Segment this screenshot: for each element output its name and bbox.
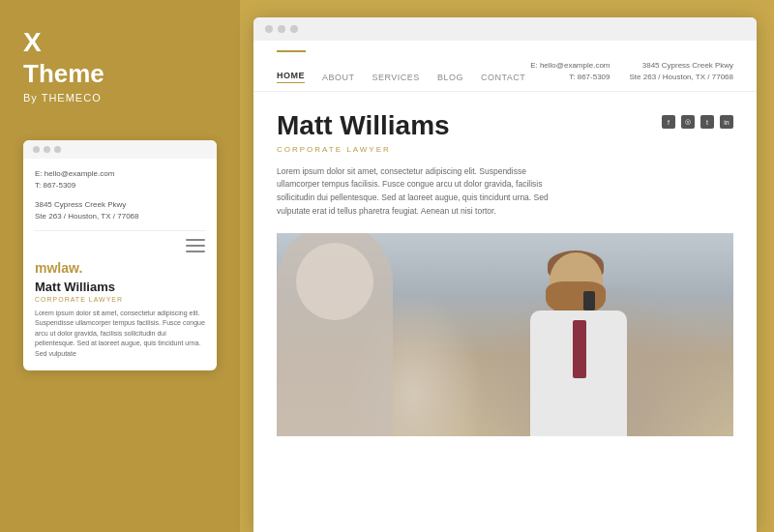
site-contact-info: E: hello@example.com T: 867-5309 bbox=[530, 60, 610, 83]
mobile-address-1: 3845 Cypress Creek Pkwy bbox=[35, 199, 205, 211]
nav-blog[interactable]: BLOG bbox=[437, 73, 463, 82]
nav-services[interactable]: SERVICES bbox=[372, 73, 420, 82]
facebook-icon[interactable]: f bbox=[662, 115, 675, 129]
mobile-site-logo: mwlaw. bbox=[35, 260, 205, 276]
mobile-address-2: Ste 263 / Houston, TX / 77068 bbox=[35, 211, 205, 222]
mobile-contact: E: hello@example.com T: 867-5309 bbox=[35, 168, 205, 192]
hero-text: Matt Williams CORPORATE LAWYER Lorem ips… bbox=[277, 111, 567, 218]
site-nav: HOME ABOUT SERVICES BLOG CONTACT bbox=[277, 71, 525, 83]
desktop-dot-2 bbox=[278, 25, 285, 33]
byline: By THEMECO bbox=[23, 92, 217, 103]
site-phone: T: 867-5309 bbox=[530, 72, 610, 83]
desktop-browser-bar bbox=[253, 17, 757, 41]
mobile-preview-card: E: hello@example.com T: 867-5309 3845 Cy… bbox=[23, 140, 217, 371]
hero-name: Matt Williams bbox=[277, 111, 567, 141]
dot-2 bbox=[44, 146, 50, 153]
mobile-email: E: hello@example.com bbox=[35, 168, 205, 180]
man-phone bbox=[583, 291, 595, 310]
desktop-site-content: HOME ABOUT SERVICES BLOG CONTACT E: hell… bbox=[253, 41, 757, 524]
site-main: Matt Williams CORPORATE LAWYER Lorem ips… bbox=[253, 92, 757, 456]
site-address-2: Ste 263 / Houston, TX / 77068 bbox=[630, 72, 733, 83]
background-figure bbox=[277, 233, 393, 436]
sidebar: X Theme By THEMECO E: hello@example.com … bbox=[0, 0, 240, 532]
hamburger-line-2 bbox=[186, 245, 205, 247]
instagram-icon[interactable]: ◎ bbox=[681, 115, 695, 129]
man-figure bbox=[501, 243, 656, 436]
desktop-dot-1 bbox=[265, 25, 273, 33]
site-address-1: 3845 Cypress Creek Pkwy bbox=[630, 60, 733, 72]
nav-home[interactable]: HOME bbox=[277, 71, 305, 83]
mobile-preview-body: E: hello@example.com T: 867-5309 3845 Cy… bbox=[23, 159, 217, 371]
linkedin-icon[interactable]: in bbox=[720, 115, 733, 129]
hero-role: CORPORATE LAWYER bbox=[277, 145, 567, 154]
hamburger-icon[interactable] bbox=[186, 239, 205, 252]
nav-about[interactable]: ABOUT bbox=[322, 73, 355, 82]
mobile-nav-row bbox=[35, 239, 205, 252]
site-header-top: HOME ABOUT SERVICES BLOG CONTACT E: hell… bbox=[277, 60, 733, 91]
sidebar-logo: X Theme By THEMECO bbox=[23, 29, 217, 103]
desktop-preview: HOME ABOUT SERVICES BLOG CONTACT E: hell… bbox=[253, 17, 757, 532]
mobile-browser-bar bbox=[23, 140, 217, 159]
hero-description: Lorem ipsum dolor sit amet, consectetur … bbox=[277, 165, 567, 218]
mobile-hero-description: Lorem ipsum dolor sit amet, consectetur … bbox=[35, 309, 205, 360]
background-figure-head bbox=[296, 243, 373, 320]
hamburger-line-1 bbox=[186, 239, 205, 241]
hamburger-line-3 bbox=[186, 251, 205, 252]
theme-title: Theme bbox=[23, 60, 217, 88]
site-email: E: hello@example.com bbox=[530, 60, 610, 72]
hero-social-icons: f ◎ t in bbox=[662, 115, 733, 129]
man-tie bbox=[573, 320, 586, 378]
site-header: HOME ABOUT SERVICES BLOG CONTACT E: hell… bbox=[253, 41, 757, 92]
x-logo: X bbox=[23, 29, 217, 56]
mobile-divider bbox=[35, 230, 205, 231]
dot-1 bbox=[33, 146, 40, 153]
logo-accent-line bbox=[277, 50, 306, 52]
hero-image bbox=[277, 233, 733, 436]
site-address: 3845 Cypress Creek Pkwy Ste 263 / Housto… bbox=[630, 60, 733, 83]
mobile-hero-role: CORPORATE LAWYER bbox=[35, 296, 205, 303]
nav-contact[interactable]: CONTACT bbox=[481, 73, 525, 82]
mobile-address: 3845 Cypress Creek Pkwy Ste 263 / Housto… bbox=[35, 199, 205, 222]
dot-3 bbox=[54, 146, 61, 153]
desktop-preview-wrapper: HOME ABOUT SERVICES BLOG CONTACT E: hell… bbox=[240, 0, 774, 532]
desktop-dot-3 bbox=[290, 25, 298, 33]
site-header-right: E: hello@example.com T: 867-5309 3845 Cy… bbox=[530, 60, 733, 83]
site-hero: Matt Williams CORPORATE LAWYER Lorem ips… bbox=[277, 111, 733, 218]
mobile-phone: T: 867-5309 bbox=[35, 180, 205, 192]
mobile-hero-name: Matt Williams bbox=[35, 280, 205, 294]
twitter-icon[interactable]: t bbox=[700, 115, 714, 129]
